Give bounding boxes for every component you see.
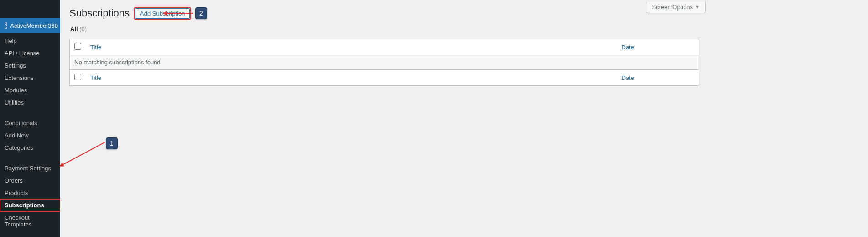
column-date[interactable]: Date bbox=[617, 39, 699, 55]
annotation-arrow-1 bbox=[62, 142, 105, 165]
sidebar-item-checkout-templates[interactable]: Checkout Templates bbox=[0, 211, 60, 231]
sidebar-item-categories[interactable]: Categories bbox=[0, 142, 60, 154]
sidebar-plugin-header[interactable]: ^ ActiveMember360 bbox=[0, 18, 60, 33]
sidebar-top-spacer bbox=[0, 0, 60, 18]
sidebar-item-payment-settings[interactable]: Payment Settings bbox=[0, 162, 60, 174]
page-title: Subscriptions bbox=[69, 7, 130, 19]
sidebar-item-extensions[interactable]: Extensions bbox=[0, 72, 60, 84]
select-all-footer bbox=[70, 70, 86, 86]
annotation-arrow-2 bbox=[166, 13, 193, 14]
screen-options-toggle[interactable]: Screen Options ▼ bbox=[646, 2, 706, 13]
sidebar-item-products[interactable]: Products bbox=[0, 187, 60, 199]
sidebar-submenu: Help API / License Settings Extensions M… bbox=[0, 33, 60, 232]
column-title[interactable]: Title bbox=[86, 39, 617, 55]
list-filter: All (0) bbox=[70, 26, 699, 32]
column-title-footer[interactable]: Title bbox=[86, 70, 617, 86]
admin-sidebar: ^ ActiveMember360 Help API / License Set… bbox=[0, 0, 60, 237]
sidebar-item-conditionals[interactable]: Conditionals bbox=[0, 117, 60, 129]
annotation-badge-2: 2 bbox=[195, 7, 207, 19]
column-date-footer[interactable]: Date bbox=[617, 70, 699, 86]
plugin-icon: ^ bbox=[5, 22, 7, 29]
sidebar-item-orders[interactable]: Orders bbox=[0, 174, 60, 187]
sidebar-item-subscriptions[interactable]: Subscriptions bbox=[0, 199, 60, 211]
sidebar-item-api-license[interactable]: API / License bbox=[0, 47, 60, 59]
sidebar-item-settings[interactable]: Settings bbox=[0, 59, 60, 72]
main-content: Screen Options ▼ Subscriptions Add Subsc… bbox=[60, 0, 708, 237]
sidebar-item-modules[interactable]: Modules bbox=[0, 84, 60, 96]
sidebar-item-help[interactable]: Help bbox=[0, 35, 60, 47]
table-empty-row: No matching subscriptions found bbox=[70, 55, 699, 70]
sidebar-item-utilities[interactable]: Utilities bbox=[0, 96, 60, 109]
subscriptions-table: Title Date No matching subscriptions fou… bbox=[69, 39, 699, 86]
annotation-badge-1: 1 bbox=[106, 137, 118, 149]
sidebar-plugin-label: ActiveMember360 bbox=[10, 22, 58, 29]
caret-down-icon: ▼ bbox=[695, 5, 700, 10]
table-empty-message: No matching subscriptions found bbox=[70, 55, 699, 70]
select-all-header bbox=[70, 39, 86, 55]
filter-all-count: (0) bbox=[79, 26, 87, 32]
select-all-checkbox-top[interactable] bbox=[74, 43, 81, 50]
screen-options-label: Screen Options bbox=[652, 4, 693, 11]
sidebar-item-add-new[interactable]: Add New bbox=[0, 129, 60, 142]
filter-all[interactable]: All bbox=[70, 26, 78, 32]
select-all-checkbox-bottom[interactable] bbox=[74, 74, 81, 80]
